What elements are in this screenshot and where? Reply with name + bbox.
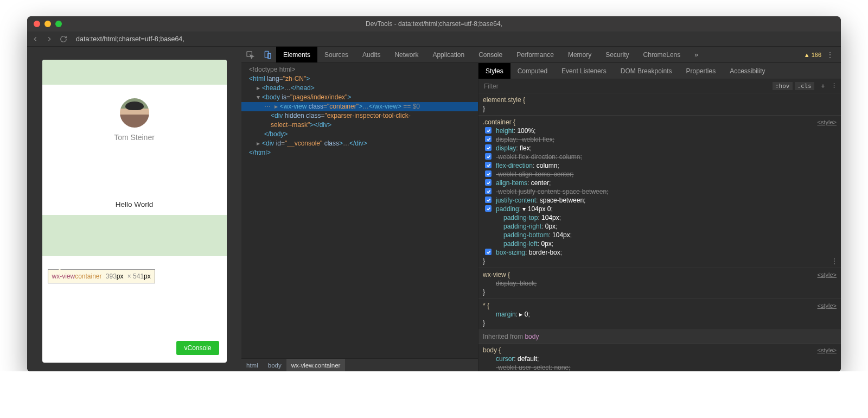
device-icon[interactable] — [259, 50, 276, 59]
styles-panel: Styles Computed Event Listeners DOM Brea… — [478, 63, 841, 371]
tab-sources[interactable]: Sources — [317, 47, 355, 62]
sub-tabs: Styles Computed Event Listeners DOM Brea… — [478, 63, 841, 79]
tab-security[interactable]: Security — [598, 47, 636, 62]
preview-topbar — [42, 60, 227, 85]
avatar-block: Tom Steiner — [42, 85, 227, 155]
minimize-icon[interactable] — [44, 21, 51, 27]
rule-body: <style> body { cursor: default;-webkit-u… — [478, 344, 841, 371]
rule-wxview: <style> wx-view { display: block; } — [478, 268, 841, 299]
window-title: DevTools - data:text/html;charset=utf-8;… — [366, 20, 502, 28]
style-rules[interactable]: element.style { } <style> .container { h… — [478, 93, 841, 371]
hello-label: Hello World — [42, 155, 227, 215]
sub-tab-accessibility[interactable]: Accessibility — [723, 63, 772, 79]
tab-performance[interactable]: Performance — [509, 47, 561, 62]
maximize-icon[interactable] — [55, 21, 62, 27]
checkbox-icon[interactable] — [485, 188, 492, 194]
crumb-wxview[interactable]: wx-view.container — [286, 359, 346, 371]
checkbox-icon[interactable] — [485, 153, 492, 160]
sub-tab-eventlisteners[interactable]: Event Listeners — [554, 63, 614, 79]
checkbox-icon[interactable] — [485, 205, 492, 212]
checkbox-icon[interactable] — [485, 136, 492, 142]
rule-container: <style> .container { height: 100%;displa… — [478, 116, 841, 268]
style-source-link[interactable]: <style> — [818, 118, 837, 126]
preview-pane: Tom Steiner Hello World wx-viewcontainer… — [27, 47, 241, 371]
new-style-button[interactable]: ＋ — [816, 81, 829, 91]
titlebar: DevTools - data:text/html;charset=utf-8;… — [27, 16, 841, 31]
tab-console[interactable]: Console — [471, 47, 509, 62]
device-preview: Tom Steiner Hello World wx-viewcontainer… — [42, 60, 227, 363]
devtools-body: <!doctype html> <html lang="zh-CN"> ▸<he… — [241, 63, 841, 371]
devtools-panel: Elements Sources Audits Network Applicat… — [241, 47, 841, 371]
sub-tab-styles[interactable]: Styles — [478, 63, 510, 79]
tab-audits[interactable]: Audits — [355, 47, 387, 62]
cls-toggle[interactable]: .cls — [795, 82, 815, 90]
tooltip-width: 393 — [106, 273, 117, 280]
sub-tab-properties[interactable]: Properties — [679, 63, 723, 79]
hov-toggle[interactable]: :hov — [773, 82, 793, 90]
filter-row: :hov .cls ＋ ⠇ — [478, 79, 841, 93]
selected-dom-node[interactable]: ⋯ ▸<wx-view class="container">…</wx-view… — [241, 102, 478, 111]
warnings-badge[interactable]: ▲ 166 — [804, 52, 821, 58]
settings-kebab-icon[interactable]: ⋮ — [824, 51, 837, 59]
back-button[interactable] — [30, 34, 40, 44]
checkbox-icon[interactable] — [485, 197, 492, 203]
tooltip-height: 541 — [133, 273, 144, 280]
sub-tab-dombreakpoints[interactable]: DOM Breakpoints — [614, 63, 679, 79]
avatar — [120, 98, 149, 128]
forward-button[interactable] — [44, 34, 54, 44]
tooltip-element: wx-view — [52, 273, 75, 280]
devtools-window: DevTools - data:text/html;charset=utf-8;… — [27, 16, 841, 371]
tab-application[interactable]: Application — [425, 47, 471, 62]
checkbox-icon[interactable] — [485, 249, 492, 255]
rule-element-style: element.style { } — [478, 93, 841, 116]
workspace: Tom Steiner Hello World wx-viewcontainer… — [27, 47, 841, 371]
tab-elements[interactable]: Elements — [276, 47, 317, 62]
url-bar[interactable]: data:text/html;charset=utf-8;base64, — [76, 35, 184, 43]
tab-network[interactable]: Network — [387, 47, 425, 62]
breadcrumb: html body wx-view.container — [241, 358, 478, 371]
traffic-lights — [34, 21, 62, 27]
vconsole-button[interactable]: vConsole — [176, 341, 219, 355]
tab-memory[interactable]: Memory — [561, 47, 598, 62]
crumb-html[interactable]: html — [241, 359, 263, 371]
dom-tree[interactable]: <!doctype html> <html lang="zh-CN"> ▸<he… — [241, 63, 478, 358]
tabs-overflow-icon[interactable]: » — [687, 47, 705, 62]
checkbox-icon[interactable] — [485, 170, 492, 177]
top-tabs: Elements Sources Audits Network Applicat… — [241, 47, 841, 63]
tooltip-class: container — [75, 273, 101, 280]
rule-menu-icon[interactable]: ⋮ — [831, 257, 838, 265]
sub-tab-computed[interactable]: Computed — [510, 63, 554, 79]
checkbox-icon[interactable] — [485, 127, 492, 134]
elements-panel: <!doctype html> <html lang="zh-CN"> ▸<he… — [241, 63, 478, 371]
reload-button[interactable] — [59, 34, 68, 44]
username-label: Tom Steiner — [114, 133, 155, 142]
checkbox-icon[interactable] — [485, 144, 492, 151]
crumb-body[interactable]: body — [263, 359, 286, 371]
rule-star: <style> * { margin: ▸ 0; } — [478, 299, 841, 330]
toolbar: data:text/html;charset=utf-8;base64, — [27, 31, 841, 47]
inherited-from-label: Inherited from body — [478, 330, 841, 344]
close-icon[interactable] — [34, 21, 40, 27]
green-band — [42, 215, 227, 256]
styles-filter-input[interactable] — [478, 83, 773, 90]
inspector-tooltip: wx-viewcontainer 393px × 541px — [48, 269, 155, 283]
checkbox-icon[interactable] — [485, 162, 492, 168]
tab-chromelens[interactable]: ChromeLens — [636, 47, 688, 62]
inspect-icon[interactable] — [241, 50, 259, 59]
checkbox-icon[interactable] — [485, 179, 492, 186]
